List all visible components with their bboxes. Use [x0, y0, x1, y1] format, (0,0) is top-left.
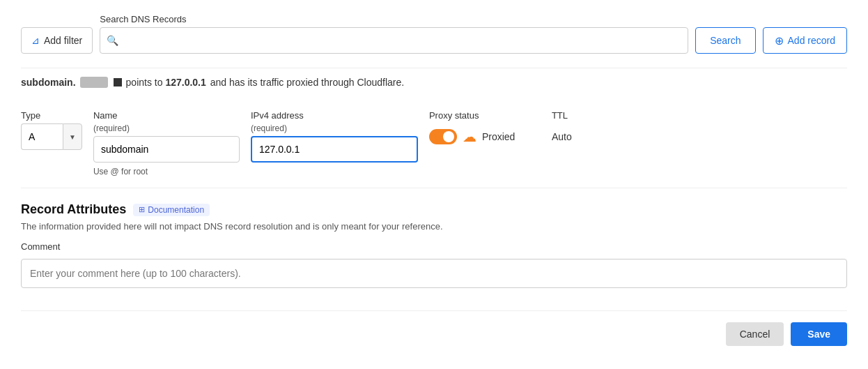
- name-group: Name (required) Use @ for root: [93, 110, 240, 176]
- ttl-value: Auto: [552, 123, 572, 150]
- add-record-button[interactable]: ⊕ Add record: [763, 27, 847, 54]
- record-attrs-description: The information provided here will not i…: [21, 221, 847, 232]
- name-input[interactable]: [93, 136, 240, 163]
- dns-subdomain: subdomain.: [21, 77, 76, 88]
- doc-label: Documentation: [148, 205, 204, 215]
- search-icon: 🔍: [107, 35, 118, 46]
- proxy-label: Proxy status: [429, 110, 541, 121]
- chevron-down-icon: ▼: [69, 133, 76, 141]
- cancel-button[interactable]: Cancel: [726, 322, 784, 346]
- page: ⊿ Add filter Search DNS Records 🔍 Search…: [0, 0, 868, 369]
- proxy-group: Proxy status ☁ Proxied: [429, 110, 541, 150]
- add-record-icon: ⊕: [775, 34, 784, 47]
- add-record-label: Add record: [788, 35, 835, 46]
- record-attributes-section: Record Attributes ⊞ Documentation The in…: [21, 188, 847, 299]
- comment-group: Comment: [21, 241, 847, 288]
- dns-points-to: points to 127.0.0.1: [126, 77, 206, 88]
- search-input[interactable]: [100, 27, 688, 54]
- ipv4-required-label: (required): [251, 123, 418, 133]
- search-label: Search DNS Records: [100, 14, 688, 24]
- top-bar: ⊿ Add filter Search DNS Records 🔍 Search…: [21, 14, 847, 54]
- dns-badge: [80, 77, 108, 88]
- dns-form-row: Type ▼ Name (required) Use @ for root IP…: [21, 103, 847, 188]
- name-label: Name: [93, 110, 240, 121]
- add-filter-label: Add filter: [44, 35, 82, 46]
- type-selector: ▼: [21, 123, 82, 150]
- type-dropdown-button[interactable]: ▼: [63, 123, 82, 150]
- proxy-status-text: Proxied: [482, 131, 515, 142]
- search-button-label: Search: [710, 35, 741, 46]
- search-area: Search DNS Records 🔍: [100, 14, 688, 54]
- name-hint: Use @ for root: [93, 167, 240, 176]
- ipv4-label: IPv4 address: [251, 110, 418, 121]
- cancel-label: Cancel: [740, 329, 770, 340]
- dns-square: [114, 78, 122, 86]
- search-input-wrapper: 🔍: [100, 27, 688, 54]
- type-group: Type ▼: [21, 110, 82, 150]
- ttl-label: TTL: [552, 110, 572, 121]
- filter-icon: ⊿: [31, 35, 40, 46]
- doc-icon: ⊞: [139, 205, 145, 214]
- proxy-toggle[interactable]: [429, 129, 457, 144]
- dns-info-row: subdomain. points to 127.0.0.1 and has i…: [21, 68, 847, 96]
- save-label: Save: [807, 329, 830, 340]
- type-label: Type: [21, 110, 82, 121]
- dns-suffix: and has its traffic proxied through Clou…: [210, 77, 404, 88]
- add-filter-button[interactable]: ⊿ Add filter: [21, 27, 93, 54]
- bottom-bar: Cancel Save: [21, 310, 847, 346]
- record-attrs-title: Record Attributes: [21, 202, 126, 217]
- proxy-control: ☁ Proxied: [429, 123, 541, 150]
- search-button[interactable]: Search: [695, 27, 755, 54]
- ipv4-group: IPv4 address (required): [251, 110, 418, 163]
- ipv4-input[interactable]: [251, 136, 418, 163]
- record-attrs-header: Record Attributes ⊞ Documentation: [21, 202, 847, 217]
- ttl-group: TTL Auto: [552, 110, 572, 150]
- save-button[interactable]: Save: [791, 322, 847, 346]
- documentation-link[interactable]: ⊞ Documentation: [133, 204, 210, 216]
- comment-input[interactable]: [21, 259, 847, 288]
- cloud-icon: ☁: [463, 128, 476, 145]
- type-input[interactable]: [21, 123, 63, 150]
- name-required-label: (required): [93, 123, 240, 133]
- comment-label: Comment: [21, 241, 847, 252]
